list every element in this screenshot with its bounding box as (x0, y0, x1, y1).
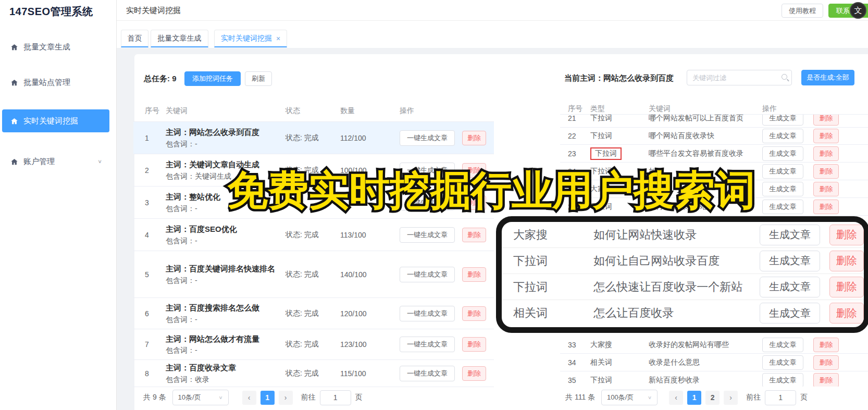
row-type: 下拉词 (590, 131, 649, 141)
generate-article-button[interactable]: 生成文章 (762, 115, 803, 126)
delete-button[interactable]: 删除 (813, 115, 839, 126)
table-row[interactable]: 7 主词：网站怎么做才有流量 包含词：- 状态: 完成 123/100 一键生成… (133, 329, 494, 360)
row-count: 120/100 (340, 309, 400, 318)
translate-icon[interactable]: 文 (850, 2, 866, 19)
generate-article-button[interactable]: 生成文章 (762, 182, 803, 196)
generate-article-button[interactable]: 生成文章 (760, 303, 820, 324)
delete-button[interactable]: 删除 (813, 200, 839, 214)
col-keyword: 关键词 (649, 104, 762, 114)
goto-page-input[interactable] (765, 390, 796, 405)
delete-button[interactable]: 删除 (813, 338, 839, 352)
sidebar-item-batch-site[interactable]: 批量站点管理 (2, 71, 109, 94)
generate-article-button[interactable]: 生成文章 (762, 146, 803, 161)
sidebar-item-keyword-mining[interactable]: 实时关键词挖掘 (2, 109, 109, 132)
delete-button[interactable]: 删除 (813, 146, 839, 161)
generate-article-button[interactable]: 一键生成文章 (400, 227, 455, 243)
page-button-1[interactable]: 1 (687, 391, 701, 405)
tab-label: 实时关键词挖掘 (221, 34, 272, 43)
delete-button[interactable]: 删除 (462, 366, 486, 381)
sidebar-item-label: 账户管理 (23, 157, 55, 167)
tab-home[interactable]: 首页 (121, 30, 148, 47)
add-task-button[interactable]: 添加挖词任务 (184, 71, 241, 86)
col-ops: 操作 (762, 104, 825, 114)
generate-article-button[interactable]: 一键生成文章 (400, 267, 455, 282)
page-unit-label: 页 (355, 393, 363, 402)
delete-button[interactable]: 删除 (829, 277, 864, 297)
table-row[interactable]: 5 主词：百度关键词排名快速排名 包含词：- 状态: 完成 140/100 一键… (133, 251, 494, 298)
goto-page-input[interactable] (320, 390, 351, 405)
generate-all-button[interactable]: 是否生成:全部 (801, 70, 854, 85)
delete-button[interactable]: 删除 (462, 267, 486, 282)
close-icon[interactable]: × (276, 34, 280, 43)
sidebar-item-batch-article[interactable]: 批量文章生成 (2, 35, 109, 58)
delete-button[interactable]: 删除 (462, 228, 486, 242)
task-pagination: 共 9 条 10条/页 ∨ ‹ 1 › 前往 页 (143, 390, 363, 405)
inset-row: 下拉词 如何让自己网站收录百度 生成文章 删除 (502, 248, 864, 274)
next-page-button[interactable]: › (724, 391, 738, 405)
delete-button[interactable]: 删除 (462, 337, 486, 352)
generate-article-button[interactable]: 生成文章 (760, 277, 820, 297)
goto-label: 前往 (746, 393, 761, 402)
table-row: 23 下拉词 哪些平台发文容易被百度收录 生成文章 删除 (560, 145, 868, 163)
app-logo: 147SEO管理系统 (9, 5, 93, 19)
generate-article-button[interactable]: 生成文章 (762, 164, 803, 179)
row-keyword: 哪个网站发帖可以上百度首页 (649, 115, 762, 123)
promo-headline: 免费实时挖掘行业用户搜索词 (227, 166, 755, 215)
delete-button[interactable]: 删除 (462, 131, 486, 145)
generate-article-button[interactable]: 一键生成文章 (400, 366, 455, 381)
table-row[interactable]: 1 主词：网站怎么收录到百度 包含词：- 状态: 完成 112/100 一键生成… (133, 122, 494, 154)
tab-label: 批量文章生成 (158, 34, 202, 43)
row-no: 3 (145, 198, 166, 207)
delete-button[interactable]: 删除 (813, 129, 839, 143)
generate-article-button[interactable]: 生成文章 (762, 129, 803, 143)
help-button[interactable]: 使用教程 (782, 4, 823, 18)
magnifier-inset: 大家搜 如何让网站快速收录 生成文章 删除 下拉词 如何让自己网站收录百度 生成… (496, 216, 868, 333)
sidebar-item-account[interactable]: 账户管理 ∨ (2, 150, 109, 173)
delete-button[interactable]: 删除 (462, 306, 486, 321)
generate-article-button[interactable]: 一键生成文章 (400, 130, 455, 146)
row-keyword: 收录好的发帖网站有哪些 (649, 340, 762, 350)
row-count: 112/100 (340, 134, 400, 142)
keyword-filter-input[interactable] (687, 70, 792, 85)
generate-article-button[interactable]: 生成文章 (762, 373, 803, 387)
row-status: 状态: 完成 (286, 133, 340, 143)
row-no: 21 (568, 115, 590, 122)
prev-page-button[interactable]: ‹ (242, 391, 256, 405)
row-keyword: 哪个网站百度收录快 (649, 131, 762, 141)
row-main-keyword: 主词：网站怎么收录到百度 (166, 126, 280, 138)
generate-article-button[interactable]: 生成文章 (762, 200, 803, 214)
generate-article-button[interactable]: 生成文章 (762, 355, 803, 370)
generate-article-button[interactable]: 生成文章 (760, 225, 820, 245)
page-unit-label: 页 (800, 393, 808, 402)
delete-button[interactable]: 删除 (813, 164, 839, 179)
delete-button[interactable]: 删除 (813, 355, 839, 370)
generate-article-button[interactable]: 一键生成文章 (400, 337, 455, 352)
table-row[interactable]: 4 主词：百度SEO优化 包含词：- 状态: 完成 113/100 一键生成文章… (133, 219, 494, 251)
generate-article-button[interactable]: 一键生成文章 (400, 306, 455, 321)
delete-button[interactable]: 删除 (829, 225, 864, 245)
sidebar-item-label: 批量站点管理 (23, 78, 70, 88)
table-row[interactable]: 8 主词：百度收录文章 包含词：收录 状态: 完成 115/100 一键生成文章… (133, 360, 494, 387)
page-size-select[interactable]: 100条/页 ∨ (601, 390, 658, 405)
generate-article-button[interactable]: 生成文章 (762, 338, 803, 352)
tab-batch-article[interactable]: 批量文章生成 (151, 30, 208, 47)
total-tasks-label: 总任务: (144, 74, 170, 83)
generate-article-button[interactable]: 生成文章 (760, 251, 820, 271)
row-no: 2 (145, 166, 166, 175)
col-no: 序号 (145, 106, 166, 116)
delete-button[interactable]: 删除 (829, 303, 864, 324)
page-button-1[interactable]: 1 (261, 391, 275, 405)
table-row[interactable]: 6 主词：百度搜索排名怎么做 包含词：- 状态: 完成 120/100 一键生成… (133, 298, 494, 329)
delete-button[interactable]: 删除 (813, 373, 839, 387)
delete-button[interactable]: 删除 (813, 182, 839, 196)
refresh-button[interactable]: 刷新 (245, 71, 272, 86)
row-no: 4 (145, 231, 166, 239)
home-icon (10, 158, 18, 166)
next-page-button[interactable]: › (279, 391, 293, 405)
tab-keyword-mining[interactable]: 实时关键词挖掘 × (214, 30, 287, 47)
prev-page-button[interactable]: ‹ (669, 391, 683, 405)
delete-button[interactable]: 删除 (829, 251, 864, 271)
highlighted-type-box: 下拉词 (590, 147, 622, 160)
page-button-2[interactable]: 2 (705, 391, 720, 405)
page-size-select[interactable]: 10条/页 ∨ (172, 390, 229, 405)
